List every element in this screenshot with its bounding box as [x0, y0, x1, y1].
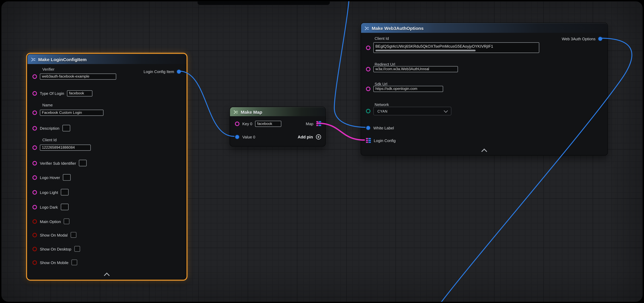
- pin-value-0[interactable]: [235, 134, 240, 139]
- pin-logo-light[interactable]: [32, 190, 37, 194]
- pin-show-on-modal[interactable]: [32, 233, 37, 237]
- pin-redirect-url[interactable]: [366, 67, 370, 71]
- field-label-verifier-sub-identifier: Verifier Sub Identifier: [40, 161, 76, 165]
- description-input[interactable]: [62, 125, 70, 132]
- field-label-logo-light: Logo Light: [40, 190, 58, 194]
- output-pin-label-map: Map: [306, 121, 314, 126]
- pin-name[interactable]: [32, 110, 37, 115]
- pin-verifier[interactable]: [32, 74, 37, 78]
- field-label-value-0: Value 0: [242, 134, 255, 139]
- chevron-down-icon: [444, 108, 448, 112]
- offscreen-node-edge: [198, 1, 330, 5]
- pin-type-of-login[interactable]: [32, 91, 37, 96]
- field-label-white-label: White Label: [373, 126, 394, 130]
- blueprint-editor: Make LoginConfigItem Login Config Item V…: [0, 0, 644, 303]
- pin-login-config[interactable]: [366, 138, 371, 143]
- field-label-show-on-mobile: Show On Mobile: [40, 260, 68, 265]
- add-pin-plus-icon: [316, 134, 321, 140]
- client-id-input[interactable]: 1222658941886084: [40, 144, 91, 150]
- node-title: Make LoginConfigItem: [38, 57, 86, 62]
- pin-sdk-url[interactable]: [366, 86, 370, 91]
- pin-client-id[interactable]: [366, 46, 370, 50]
- pin-description[interactable]: [32, 126, 37, 130]
- key-0-input[interactable]: facebook: [255, 120, 282, 127]
- node-make-loginconfigitem[interactable]: Make LoginConfigItem Login Config Item V…: [27, 54, 186, 280]
- pin-main-option[interactable]: [32, 219, 37, 224]
- show-on-desktop-checkbox[interactable]: [74, 246, 80, 252]
- make-struct-icon: [364, 26, 369, 31]
- pin-show-on-desktop[interactable]: [32, 247, 37, 251]
- blueprint-canvas[interactable]: Make LoginConfigItem Login Config Item V…: [1, 1, 643, 302]
- node-header-make-map[interactable]: Make Map: [230, 107, 325, 116]
- field-label-show-on-modal: Show On Modal: [40, 233, 68, 237]
- redirect-url-input[interactable]: w3a://com.w3a.Web3AuthUnreal: [373, 66, 458, 72]
- field-label-network: Network: [374, 102, 389, 107]
- pin-logo-hover[interactable]: [32, 175, 37, 180]
- node-make-map[interactable]: Make Map Key 0 facebook Map: [230, 107, 326, 146]
- pin-logo-dark[interactable]: [32, 205, 37, 209]
- sdk-url-input[interactable]: https://sdk.openlogin.com: [373, 86, 443, 92]
- client-id-scrollbar[interactable]: [375, 50, 476, 52]
- field-label-client-id: Client Id: [42, 138, 56, 142]
- add-pin-label: Add pin: [298, 134, 313, 139]
- node-header-make-loginconfigitem[interactable]: Make LoginConfigItem: [28, 54, 186, 64]
- make-map-icon: [233, 110, 238, 114]
- make-struct-icon: [31, 57, 36, 62]
- node-title: Make Web3AuthOptions: [372, 26, 424, 31]
- collapse-node-button[interactable]: [101, 272, 112, 277]
- show-on-mobile-checkbox[interactable]: [72, 260, 77, 265]
- field-label-key-0: Key 0: [242, 121, 252, 126]
- logo-light-input[interactable]: [61, 189, 69, 196]
- add-pin-button[interactable]: Add pin: [298, 134, 321, 140]
- node-title: Make Map: [241, 110, 262, 114]
- field-label-main-option: Main Option: [40, 219, 61, 224]
- node-header-make-web3authoptions[interactable]: Make Web3AuthOptions: [361, 23, 608, 33]
- pin-show-on-mobile[interactable]: [32, 260, 37, 265]
- field-label-type-of-login: Type Of Login: [40, 91, 64, 96]
- field-label-name: Name: [42, 103, 52, 107]
- network-dropdown[interactable]: CYAN: [373, 107, 451, 115]
- network-selected-value: CYAN: [378, 109, 388, 113]
- pin-white-label[interactable]: [366, 126, 370, 130]
- pin-verifier-sub-identifier[interactable]: [32, 161, 37, 165]
- client-id-text: BEglQSgt4cUWcj6SKRdu5QkOXTsePmMcusG5EAoy…: [375, 44, 493, 48]
- logo-dark-input[interactable]: [61, 204, 68, 210]
- field-label-logo-hover: Logo Hover: [40, 175, 60, 180]
- collapse-node-button[interactable]: [478, 148, 490, 153]
- field-label-client-id: Client Id: [374, 36, 389, 40]
- field-label-login-config: Login Config: [374, 138, 396, 143]
- show-on-modal-checkbox[interactable]: [70, 232, 76, 238]
- client-id-input[interactable]: BEglQSgt4cUWcj6SKRdu5QkOXTsePmMcusG5EAoy…: [373, 42, 539, 53]
- verifier-input[interactable]: web3auth-facebook-example: [40, 73, 116, 80]
- field-label-show-on-desktop: Show On Desktop: [40, 247, 71, 251]
- main-option-checkbox[interactable]: [64, 218, 70, 224]
- name-input[interactable]: Facebook Custom Login: [40, 110, 104, 116]
- node-make-web3authoptions[interactable]: Make Web3AuthOptions Web 3Auth Options C…: [361, 22, 608, 156]
- output-pin-label: Web 3Auth Options: [562, 36, 596, 41]
- verifier-sub-identifier-input[interactable]: [79, 160, 87, 166]
- pin-key-0[interactable]: [235, 121, 240, 126]
- type-of-login-input[interactable]: facebook: [67, 90, 92, 96]
- pin-network[interactable]: [366, 109, 370, 113]
- logo-hover-input[interactable]: [63, 174, 71, 181]
- wire-login-config-item-to-value0[interactable]: [178, 71, 234, 136]
- field-label-verifier: Verifier: [42, 67, 54, 72]
- field-label-logo-dark: Logo Dark: [40, 205, 58, 209]
- pin-client-id[interactable]: [32, 145, 37, 150]
- field-label-description: Description: [40, 126, 60, 130]
